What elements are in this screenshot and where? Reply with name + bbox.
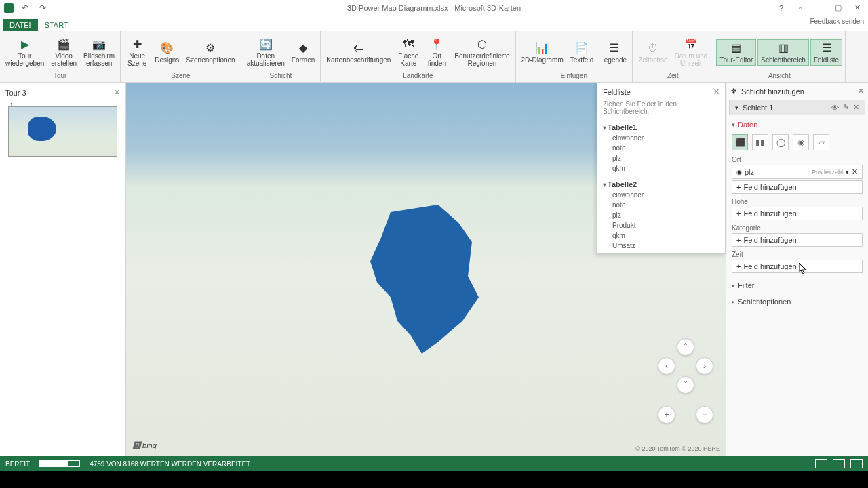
new-scene-button[interactable]: ✚NeueSzene xyxy=(123,36,151,68)
group-ansicht-label: Ansicht xyxy=(716,72,842,81)
tour-title: Tour 3 xyxy=(5,89,26,97)
viz-bubble-button[interactable]: ◯ xyxy=(772,134,789,150)
group-schicht-label: Schicht xyxy=(244,72,318,81)
flat-map-button[interactable]: 🗺FlacheKarte xyxy=(395,36,422,68)
video-create-button[interactable]: 🎬Videoerstellen xyxy=(48,36,79,68)
app-icon xyxy=(4,3,14,13)
chart-2d-button[interactable]: 📊2D-Diagramm xyxy=(519,40,566,65)
group-szene-label: Szene xyxy=(123,72,237,81)
field-item[interactable]: plz xyxy=(603,153,719,163)
viz-region-button[interactable]: ▱ xyxy=(813,134,829,150)
window-title: 3D Power Map Diagramm.xlsx - Microsoft 3… xyxy=(347,4,521,12)
layer-header[interactable]: ▾ Schicht 1 👁 ✎ ✕ xyxy=(729,100,865,115)
visibility-icon[interactable]: 👁 xyxy=(831,104,839,112)
layer-panel-close-icon[interactable]: ✕ xyxy=(858,87,864,96)
shapes-button[interactable]: ◆Formen xyxy=(289,40,317,65)
tour-editor-toggle[interactable]: ▤Tour-Editor xyxy=(716,39,756,66)
add-field-ort[interactable]: +Feld hinzufügen xyxy=(732,180,863,194)
datetime-button: 📅Datum undUhrzeit xyxy=(672,36,711,68)
field-item[interactable]: einwohner xyxy=(603,133,719,143)
rotate-right-button[interactable]: › xyxy=(696,357,713,375)
section-filter[interactable]: Filter xyxy=(726,277,868,293)
scene-thumbnail[interactable]: 1 Szene 1 (10 s) xyxy=(0,102,125,158)
group-tour-label: Tour xyxy=(3,72,117,81)
map-canvas[interactable]: 🅱 bing © 2020 TomTom © 2020 HERE ˄ ‹ › ˅… xyxy=(126,83,726,456)
data-region-germany[interactable] xyxy=(357,205,492,354)
redo-button[interactable]: ↷ xyxy=(37,2,49,14)
view-mode-2-button[interactable] xyxy=(833,459,845,468)
scene-options-button[interactable]: ⚙Szenenoptionen xyxy=(183,40,237,65)
group-zeit-label: Zeit xyxy=(635,72,710,81)
field-item[interactable]: note xyxy=(603,143,719,153)
tour-play-button[interactable]: ▶Tourwiedergeben xyxy=(3,36,47,68)
layer-pane-toggle[interactable]: ▥Schichtbereich xyxy=(757,39,809,66)
tour-panel: Tour 3 ✕ 1 Szene 1 (10 s) xyxy=(0,83,126,456)
tab-datei[interactable]: DATEI xyxy=(3,19,38,31)
ribbon-options-button[interactable]: ▫ xyxy=(792,1,808,15)
view-mode-1-button[interactable] xyxy=(815,459,827,468)
field-item[interactable]: Produkt xyxy=(603,220,719,230)
fieldlist-toggle[interactable]: ☰Feldliste xyxy=(810,39,842,66)
custom-regions-button[interactable]: ⬡BenutzerdefinierteRegionen xyxy=(452,36,512,68)
map-copyright: © 2020 TomTom © 2020 HERE xyxy=(635,445,720,452)
status-ready: BEREIT xyxy=(5,460,30,468)
rotate-left-button[interactable]: ‹ xyxy=(658,357,675,375)
remove-field-icon[interactable]: ✕ xyxy=(852,167,858,176)
tilt-up-button[interactable]: ˄ xyxy=(677,338,694,356)
ribbon: ▶Tourwiedergeben 🎬Videoerstellen 📷Bildsc… xyxy=(0,31,868,83)
field-item[interactable]: einwohner xyxy=(603,190,719,200)
zeit-label: Zeit xyxy=(732,248,863,260)
feedback-link[interactable]: Feedback senden xyxy=(810,18,864,25)
data-refresh-button[interactable]: 🔄Datenaktualisieren xyxy=(244,36,288,68)
legend-button[interactable]: ☰Legende xyxy=(597,40,629,65)
viz-heatmap-button[interactable]: ◉ xyxy=(793,134,809,150)
hoehe-label: Höhe xyxy=(732,195,863,207)
viz-stacked-column-button[interactable]: ⬛ xyxy=(732,134,748,150)
add-field-hoehe[interactable]: +Feld hinzufügen xyxy=(732,207,863,220)
undo-button[interactable]: ↶ xyxy=(19,2,31,14)
group-einfuegen-label: Einfügen xyxy=(519,72,630,81)
chevron-down-icon[interactable]: ▾ xyxy=(846,169,849,176)
tab-start[interactable]: START xyxy=(38,19,75,31)
group-landkarte-label: Landkarte xyxy=(323,72,512,81)
section-daten[interactable]: Daten xyxy=(732,118,863,131)
collapse-icon: ▾ xyxy=(735,104,738,111)
status-progress-text: 4759 VON 8168 WERTEN WERDEN VERARBEITET xyxy=(90,460,250,468)
find-location-button[interactable]: 📍Ortfinden xyxy=(423,36,450,68)
rename-icon[interactable]: ✎ xyxy=(843,103,849,112)
field-item[interactable]: note xyxy=(603,200,719,210)
textbox-button[interactable]: 📄Textfeld xyxy=(568,40,596,65)
fieldlist-subtitle: Ziehen Sie Felder in den Schichtbereich. xyxy=(597,100,725,119)
layer-name: Schicht 1 xyxy=(743,104,773,112)
close-button[interactable]: ✕ xyxy=(849,1,865,15)
tilt-down-button[interactable]: ˅ xyxy=(677,376,694,394)
screen-capture-button[interactable]: 📷Bildschirmerfassen xyxy=(81,36,117,68)
layers-icon: ❖ xyxy=(730,87,737,96)
add-field-kategorie[interactable]: +Feld hinzufügen xyxy=(732,233,863,247)
fieldlist-close-icon[interactable]: ✕ xyxy=(713,87,719,96)
add-layer-button[interactable]: ❖ Schicht hinzufügen xyxy=(730,87,804,96)
progress-bar xyxy=(39,460,80,467)
minimize-button[interactable]: — xyxy=(811,1,827,15)
add-field-zeit[interactable]: +Feld hinzufügen xyxy=(732,260,863,273)
section-schichtoptionen[interactable]: Schichtoptionen xyxy=(726,293,868,310)
field-item[interactable]: qkm xyxy=(603,163,719,174)
kategorie-label: Kategorie xyxy=(732,222,863,233)
zoom-in-button[interactable]: + xyxy=(658,406,675,424)
help-button[interactable]: ? xyxy=(773,1,789,15)
view-mode-3-button[interactable] xyxy=(850,459,863,468)
field-item[interactable]: Umsatz xyxy=(603,241,719,251)
zoom-out-button[interactable]: − xyxy=(696,406,713,424)
tour-close-icon[interactable]: ✕ xyxy=(114,88,120,97)
table-header[interactable]: Tabelle1 xyxy=(603,122,719,133)
status-bar: BEREIT 4759 VON 8168 WERTEN WERDEN VERAR… xyxy=(0,456,868,471)
table-header[interactable]: Tabelle2 xyxy=(603,179,719,190)
ort-field-plz[interactable]: ◉ plz Postleitzahl ▾ ✕ xyxy=(732,165,863,179)
map-labels-button[interactable]: 🏷Kartenbeschriftungen xyxy=(323,40,393,65)
field-item[interactable]: qkm xyxy=(603,230,719,241)
field-item[interactable]: plz xyxy=(603,210,719,220)
maximize-button[interactable]: ▢ xyxy=(830,1,846,15)
viz-clustered-column-button[interactable]: ▮▮ xyxy=(752,134,768,150)
delete-layer-icon[interactable]: ✕ xyxy=(853,103,859,112)
designs-button[interactable]: 🎨Designs xyxy=(152,40,182,65)
